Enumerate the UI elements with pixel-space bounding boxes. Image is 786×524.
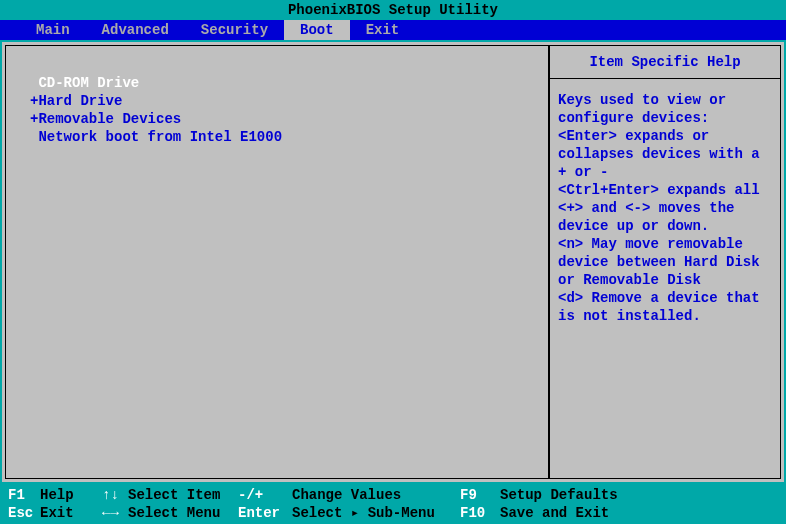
boot-item-cdrom[interactable]: CD-ROM Drive	[30, 74, 540, 92]
boot-item-network[interactable]: Network boot from Intel E1000	[30, 128, 540, 146]
tab-security[interactable]: Security	[185, 20, 284, 40]
key-f9[interactable]: F9	[460, 486, 500, 504]
app-title: PhoenixBIOS Setup Utility	[288, 2, 498, 18]
label-setup-defaults: Setup Defaults	[500, 486, 618, 504]
label-select-menu: Select Menu	[128, 504, 238, 522]
boot-item-removable[interactable]: +Removable Devices	[30, 110, 540, 128]
content-area: CD-ROM Drive +Hard Drive +Removable Devi…	[0, 40, 786, 484]
label-select-submenu: Select ▸ Sub-Menu	[292, 504, 460, 522]
label-select-item: Select Item	[128, 486, 238, 504]
footer-bar: F1 Help ↑↓ Select Item -/+ Change Values…	[0, 484, 786, 524]
label-save-exit: Save and Exit	[500, 504, 609, 522]
key-f10[interactable]: F10	[460, 504, 500, 522]
title-bar: PhoenixBIOS Setup Utility	[0, 0, 786, 20]
help-title: Item Specific Help	[549, 45, 781, 78]
tab-exit[interactable]: Exit	[350, 20, 416, 40]
label-exit: Exit	[40, 504, 96, 522]
key-esc[interactable]: Esc	[8, 504, 40, 522]
menu-bar: Main Advanced Security Boot Exit	[0, 20, 786, 40]
arrows-updown-icon: ↑↓	[102, 486, 128, 504]
boot-item-harddrive[interactable]: +Hard Drive	[30, 92, 540, 110]
tab-boot[interactable]: Boot	[284, 20, 350, 40]
arrows-leftright-icon: ←→	[102, 504, 128, 522]
label-change-values: Change Values	[292, 486, 460, 504]
help-panel: Item Specific Help Keys used to view or …	[549, 45, 781, 479]
label-help: Help	[40, 486, 96, 504]
tab-main[interactable]: Main	[20, 20, 86, 40]
key-plusminus[interactable]: -/+	[238, 486, 292, 504]
key-enter[interactable]: Enter	[238, 504, 292, 522]
key-f1[interactable]: F1	[8, 486, 40, 504]
tab-advanced[interactable]: Advanced	[86, 20, 185, 40]
help-body: Keys used to view or configure devices:<…	[549, 78, 781, 479]
boot-order-panel: CD-ROM Drive +Hard Drive +Removable Devi…	[5, 45, 549, 479]
